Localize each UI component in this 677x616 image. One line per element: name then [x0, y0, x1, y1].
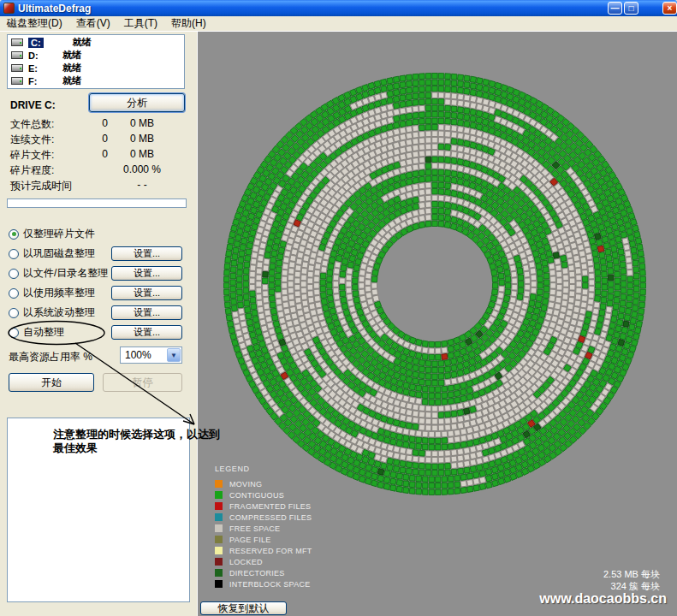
- stat-count: 0: [89, 148, 108, 163]
- drive-row[interactable]: F:就绪: [8, 74, 184, 87]
- stat-size: 0 MB: [108, 117, 176, 133]
- drive-list[interactable]: C:就绪D:就绪E:就绪F:就绪: [7, 34, 185, 89]
- radio-button[interactable]: [9, 249, 19, 259]
- legend-item: INTERBLOCK SPACE: [215, 578, 312, 589]
- dropdown-arrow-icon[interactable]: ▼: [167, 348, 181, 362]
- menu-tools[interactable]: 工具(T): [117, 15, 164, 32]
- stat-count: 0: [89, 117, 108, 133]
- app-window: UltimateDefrag — □ × 磁盘整理(D) 查看(V) 工具(T)…: [0, 0, 677, 616]
- legend-item: DIRECTORIES: [215, 567, 312, 578]
- option-label: 以巩固磁盘整理: [23, 246, 95, 261]
- legend-swatch: [215, 536, 223, 543]
- settings-button[interactable]: 设置...: [111, 266, 182, 281]
- radio-button[interactable]: [9, 229, 19, 240]
- annotation-text: 注意整理的时候选择这项，以达到 最佳效果: [53, 428, 220, 455]
- settings-button[interactable]: 设置...: [111, 325, 182, 340]
- pause-button[interactable]: 暂停: [103, 373, 182, 392]
- settings-button[interactable]: 设置...: [111, 286, 182, 300]
- menu-bar: 磁盘整理(D) 查看(V) 工具(T) 帮助(H): [0, 16, 677, 32]
- stat-row: 文件总数:00 MB: [10, 117, 185, 133]
- legend-label: MOVING: [229, 480, 262, 489]
- legend-items: MOVINGCONTIGUOUSFRAGMENTED FILESCOMPRESS…: [215, 478, 312, 589]
- option-label: 以系统波动整理: [23, 305, 95, 320]
- app-icon: [3, 3, 15, 14]
- option-row: 以使用频率整理设置...: [9, 283, 190, 303]
- close-button[interactable]: ×: [662, 2, 677, 15]
- radio-button[interactable]: [9, 308, 19, 318]
- menu-defrag[interactable]: 磁盘整理(D): [0, 15, 69, 32]
- stat-row: 碎片文件:00 MB: [10, 148, 185, 163]
- block-info: 2.53 MB 每块 324 簇 每块: [603, 568, 660, 592]
- stats-panel: 文件总数:00 MB连续文件:00 MB碎片文件:00 MB碎片程度:0.000…: [10, 117, 185, 194]
- watermark: www.daocaobbs.cn: [539, 591, 667, 607]
- stat-label: 预计完成时间: [10, 179, 89, 194]
- legend-item: FRAGMENTED FILES: [215, 500, 312, 512]
- window-title: UltimateDefrag: [18, 3, 91, 15]
- stat-row: 预计完成时间- -: [10, 179, 185, 194]
- legend-swatch: [215, 491, 223, 499]
- drive-letter: E:: [28, 63, 62, 74]
- legend-label: FRAGMENTED FILES: [229, 502, 311, 511]
- start-button[interactable]: 开始: [9, 373, 94, 392]
- drive-status: 就绪: [62, 49, 81, 62]
- maximize-button[interactable]: □: [624, 2, 638, 15]
- legend-label: FREE SPACE: [229, 524, 280, 533]
- analyze-button[interactable]: 分析: [89, 93, 185, 112]
- legend-swatch: [215, 513, 223, 521]
- option-row: 以文件/目录名整理设置...: [9, 264, 190, 283]
- drive-label: DRIVE C:: [10, 99, 56, 111]
- minimize-button[interactable]: —: [608, 2, 622, 15]
- legend-swatch: [215, 569, 223, 577]
- stat-label: 文件总数:: [10, 117, 89, 133]
- stat-label: 连续文件:: [10, 133, 89, 148]
- legend-item: LOCKED: [215, 556, 312, 567]
- stat-label: 碎片文件:: [10, 148, 89, 163]
- radio-button[interactable]: [9, 328, 19, 338]
- option-row: 以系统波动整理设置...: [9, 303, 190, 323]
- reset-default-button[interactable]: 恢复到默认: [200, 601, 287, 615]
- legend-item: FREE SPACE: [215, 523, 312, 534]
- legend-label: COMPRESSED FILES: [229, 513, 312, 522]
- resource-usage-value: 100%: [125, 349, 151, 361]
- progress-bar: [7, 198, 187, 208]
- legend-item: MOVING: [215, 478, 312, 489]
- drive-row[interactable]: E:就绪: [8, 62, 184, 74]
- stat-row: 碎片程度:0.000 %: [10, 163, 185, 179]
- legend-label: CONTIGUOUS: [229, 491, 284, 500]
- legend-swatch: [215, 524, 223, 532]
- resource-usage-label: 最高资源占用率 %: [9, 350, 92, 364]
- drive-row[interactable]: C:就绪: [8, 36, 184, 49]
- stat-size: 0 MB: [108, 133, 176, 148]
- resource-usage-select[interactable]: 100% ▼: [120, 346, 182, 364]
- legend-item: PAGE FILE: [215, 534, 312, 545]
- radio-button[interactable]: [9, 269, 19, 279]
- settings-button[interactable]: 设置...: [111, 246, 182, 261]
- menu-help[interactable]: 帮助(H): [164, 15, 213, 32]
- drive-row[interactable]: D:就绪: [8, 49, 184, 62]
- legend-label: RESERVED FOR MFT: [229, 547, 312, 555]
- radio-button[interactable]: [9, 288, 19, 299]
- cluster-size-text: 324 簇 每块: [603, 580, 660, 592]
- menu-view[interactable]: 查看(V): [69, 15, 117, 32]
- disk-view-panel: LEGEND MOVINGCONTIGUOUSFRAGMENTED FILESC…: [197, 32, 677, 616]
- stat-count: [89, 163, 108, 179]
- legend-swatch: [215, 480, 223, 488]
- option-label: 仅整理碎片文件: [23, 227, 95, 241]
- settings-button[interactable]: 设置...: [111, 305, 182, 320]
- legend-label: LOCKED: [229, 558, 263, 566]
- drive-icon: [11, 38, 23, 46]
- legend-title: LEGEND: [215, 465, 312, 473]
- drive-status: 就绪: [62, 74, 81, 87]
- option-label: 以使用频率整理: [23, 286, 95, 300]
- drive-status: 就绪: [62, 62, 81, 74]
- legend: LEGEND MOVINGCONTIGUOUSFRAGMENTED FILESC…: [215, 465, 312, 589]
- annotation-line-1: 注意整理的时候选择这项，以达到: [53, 428, 220, 441]
- drive-icon: [11, 64, 23, 72]
- legend-label: PAGE FILE: [229, 536, 271, 544]
- drive-letter: D:: [28, 50, 62, 61]
- drive-icon: [11, 77, 23, 85]
- legend-item: CONTIGUOUS: [215, 489, 312, 500]
- option-row: 自动整理设置...: [9, 323, 190, 342]
- option-label: 以文件/目录名整理: [23, 266, 108, 281]
- stat-row: 连续文件:00 MB: [10, 133, 185, 148]
